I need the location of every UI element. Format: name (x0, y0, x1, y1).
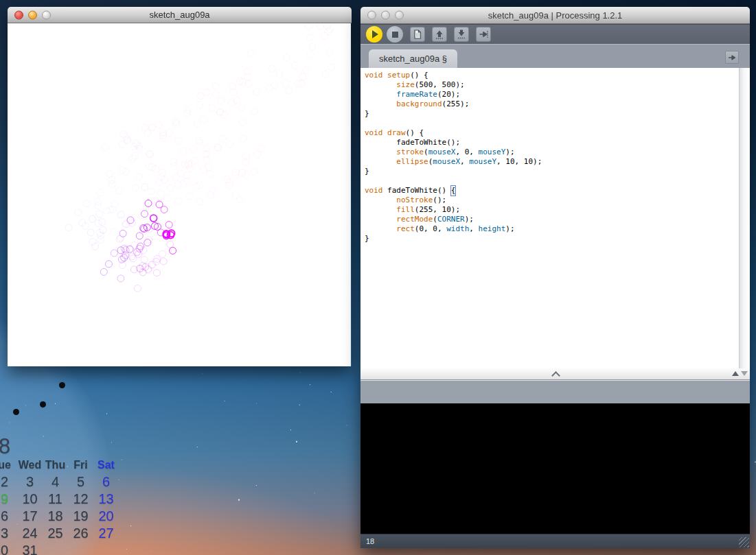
scrollbar-arrows[interactable] (732, 371, 748, 376)
calendar-cell: 25 (43, 525, 68, 542)
calendar-cell: Fri (68, 457, 93, 473)
ide-window-titlebar[interactable]: sketch_aug09a | Processing 1.2.1 (360, 7, 750, 24)
sketch-output-window: sketch_aug09a (8, 7, 352, 366)
calendar-cell: 20 (93, 508, 119, 525)
calendar-cell: 17 (17, 508, 43, 525)
calendar-cell: 5 (68, 473, 93, 491)
traffic-lights-inactive (367, 11, 404, 20)
calendar-cell: 31 (17, 542, 43, 555)
calendar-cell: 3 (17, 473, 43, 491)
calendar-cell: 10 (17, 491, 43, 508)
wallpaper-dot (59, 382, 65, 388)
run-button[interactable] (366, 26, 382, 43)
minimize-button[interactable] (381, 11, 390, 20)
editor-scrollbar[interactable] (739, 68, 750, 368)
zoom-button[interactable] (42, 10, 51, 19)
console-output[interactable] (360, 403, 750, 534)
calendar-cell (43, 542, 68, 555)
stop-button[interactable] (387, 26, 403, 43)
close-button[interactable] (14, 10, 23, 19)
scroll-down-icon (741, 371, 748, 376)
stop-icon (392, 32, 398, 38)
collapse-caret-icon (551, 371, 560, 380)
tab-sketch-aug09a[interactable]: sketch_aug09a § (369, 49, 457, 68)
save-button[interactable] (454, 27, 469, 42)
sketch-canvas[interactable] (8, 23, 351, 366)
zoom-button[interactable] (395, 11, 404, 20)
calendar-cell: 24 (17, 525, 43, 542)
scroll-up-icon (732, 371, 739, 376)
calendar-cell (68, 542, 93, 555)
current-line-number: 18 (366, 537, 374, 545)
code-area[interactable]: void setup() { size(500, 500); frameRate… (360, 68, 739, 368)
open-icon (435, 29, 444, 39)
sketch-window-title: sketch_aug09a (149, 10, 209, 20)
wallpaper-dot (40, 401, 46, 408)
calendar-cell: 6 (93, 473, 119, 491)
close-button[interactable] (367, 11, 376, 20)
ide-toolbar (360, 24, 750, 44)
tab-menu-arrow-icon (728, 54, 736, 61)
play-icon (372, 30, 378, 38)
calendar-grid: ueWedThuFriSat23456910111213617181920324… (0, 457, 119, 555)
calendar-cell: 9 (0, 491, 17, 508)
calendar-cell: 26 (68, 525, 93, 542)
calendar-cell: 2 (0, 473, 17, 491)
traffic-lights (14, 10, 51, 19)
export-button[interactable] (476, 27, 491, 42)
calendar-cell: Sat (93, 457, 119, 473)
calendar-cell: 3 (0, 525, 17, 542)
tab-menu-button[interactable] (725, 51, 739, 64)
sketch-window-titlebar[interactable]: sketch_aug09a (8, 7, 352, 23)
calendar-cell: 19 (68, 508, 93, 525)
calendar-cell (93, 542, 119, 555)
editor-region: void setup() { size(500, 500); frameRate… (360, 68, 750, 368)
wallpaper-dot (13, 409, 19, 415)
calendar-cell: 11 (43, 491, 68, 508)
calendar-cell: ue (0, 457, 17, 473)
calendar-cell: 6 (0, 508, 17, 525)
tab-strip: sketch_aug09a § (360, 44, 750, 68)
calendar-cell: 4 (43, 473, 68, 491)
save-icon (457, 29, 466, 39)
calendar-year-partial: 8 (0, 434, 10, 459)
calendar-cell: 18 (43, 508, 68, 525)
status-bar: 18 (360, 534, 750, 548)
ide-window-title: sketch_aug09a | Processing 1.2.1 (488, 10, 623, 21)
open-button[interactable] (432, 27, 447, 42)
export-icon (479, 29, 488, 39)
calendar-cell: 0 (0, 542, 17, 555)
processing-ide-window: sketch_aug09a | Processing 1.2.1 (360, 7, 750, 548)
new-sketch-button[interactable] (410, 27, 425, 42)
calendar-cell: 27 (93, 525, 119, 542)
calendar-cell: Wed (17, 457, 43, 473)
new-sketch-icon (413, 29, 422, 39)
minimize-button[interactable] (28, 10, 37, 19)
calendar-cell: 12 (68, 491, 93, 508)
resize-grip[interactable] (739, 537, 749, 547)
console-splitter[interactable] (360, 368, 750, 380)
message-bar (360, 380, 750, 403)
calendar-cell: Thu (43, 457, 68, 473)
calendar-cell: 13 (93, 491, 119, 508)
